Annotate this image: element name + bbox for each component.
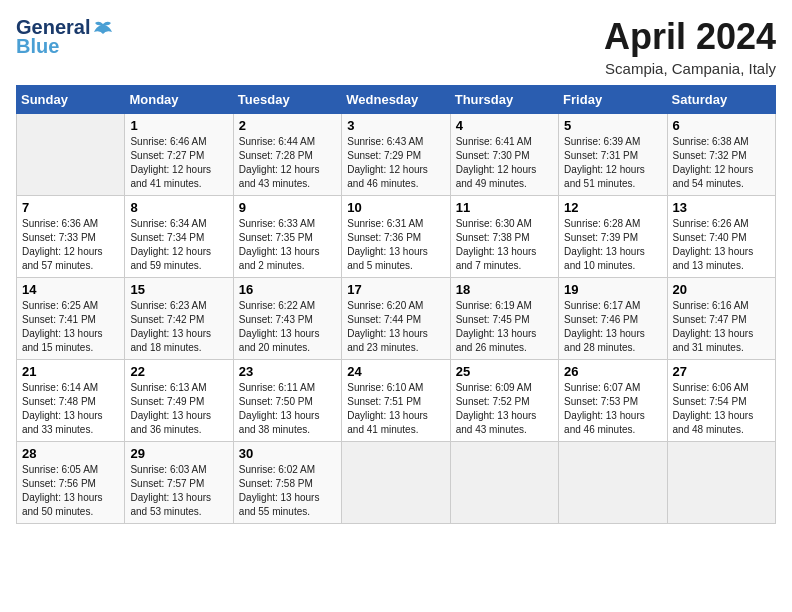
day-info: Sunrise: 6:11 AMSunset: 7:50 PMDaylight:… <box>239 381 336 437</box>
day-info: Sunrise: 6:19 AMSunset: 7:45 PMDaylight:… <box>456 299 553 355</box>
day-info: Sunrise: 6:20 AMSunset: 7:44 PMDaylight:… <box>347 299 444 355</box>
weekday-header-thursday: Thursday <box>450 86 558 114</box>
day-number: 5 <box>564 118 661 133</box>
day-number: 20 <box>673 282 770 297</box>
calendar-cell: 19Sunrise: 6:17 AMSunset: 7:46 PMDayligh… <box>559 278 667 360</box>
day-number: 12 <box>564 200 661 215</box>
day-info: Sunrise: 6:43 AMSunset: 7:29 PMDaylight:… <box>347 135 444 191</box>
calendar-cell: 29Sunrise: 6:03 AMSunset: 7:57 PMDayligh… <box>125 442 233 524</box>
calendar-cell: 26Sunrise: 6:07 AMSunset: 7:53 PMDayligh… <box>559 360 667 442</box>
day-info: Sunrise: 6:03 AMSunset: 7:57 PMDaylight:… <box>130 463 227 519</box>
day-info: Sunrise: 6:36 AMSunset: 7:33 PMDaylight:… <box>22 217 119 273</box>
day-number: 8 <box>130 200 227 215</box>
logo-blue-text: Blue <box>16 35 59 58</box>
day-number: 11 <box>456 200 553 215</box>
calendar-cell: 10Sunrise: 6:31 AMSunset: 7:36 PMDayligh… <box>342 196 450 278</box>
title-block: April 2024 Scampia, Campania, Italy <box>604 16 776 77</box>
weekday-header-row: SundayMondayTuesdayWednesdayThursdayFrid… <box>17 86 776 114</box>
calendar-cell: 25Sunrise: 6:09 AMSunset: 7:52 PMDayligh… <box>450 360 558 442</box>
calendar-cell: 17Sunrise: 6:20 AMSunset: 7:44 PMDayligh… <box>342 278 450 360</box>
day-info: Sunrise: 6:31 AMSunset: 7:36 PMDaylight:… <box>347 217 444 273</box>
calendar-cell: 27Sunrise: 6:06 AMSunset: 7:54 PMDayligh… <box>667 360 775 442</box>
calendar-cell <box>342 442 450 524</box>
calendar-cell: 14Sunrise: 6:25 AMSunset: 7:41 PMDayligh… <box>17 278 125 360</box>
day-number: 3 <box>347 118 444 133</box>
calendar-cell: 23Sunrise: 6:11 AMSunset: 7:50 PMDayligh… <box>233 360 341 442</box>
month-title: April 2024 <box>604 16 776 58</box>
calendar-cell: 6Sunrise: 6:38 AMSunset: 7:32 PMDaylight… <box>667 114 775 196</box>
calendar-cell: 15Sunrise: 6:23 AMSunset: 7:42 PMDayligh… <box>125 278 233 360</box>
day-info: Sunrise: 6:46 AMSunset: 7:27 PMDaylight:… <box>130 135 227 191</box>
day-info: Sunrise: 6:22 AMSunset: 7:43 PMDaylight:… <box>239 299 336 355</box>
logo: General Blue <box>16 16 114 58</box>
calendar-cell: 3Sunrise: 6:43 AMSunset: 7:29 PMDaylight… <box>342 114 450 196</box>
calendar-cell: 7Sunrise: 6:36 AMSunset: 7:33 PMDaylight… <box>17 196 125 278</box>
weekday-header-tuesday: Tuesday <box>233 86 341 114</box>
day-info: Sunrise: 6:23 AMSunset: 7:42 PMDaylight:… <box>130 299 227 355</box>
day-number: 15 <box>130 282 227 297</box>
calendar-week-1: 1Sunrise: 6:46 AMSunset: 7:27 PMDaylight… <box>17 114 776 196</box>
calendar-cell: 1Sunrise: 6:46 AMSunset: 7:27 PMDaylight… <box>125 114 233 196</box>
day-number: 21 <box>22 364 119 379</box>
day-number: 2 <box>239 118 336 133</box>
calendar-cell: 30Sunrise: 6:02 AMSunset: 7:58 PMDayligh… <box>233 442 341 524</box>
day-number: 17 <box>347 282 444 297</box>
day-info: Sunrise: 6:16 AMSunset: 7:47 PMDaylight:… <box>673 299 770 355</box>
weekday-header-sunday: Sunday <box>17 86 125 114</box>
calendar-cell: 13Sunrise: 6:26 AMSunset: 7:40 PMDayligh… <box>667 196 775 278</box>
day-number: 14 <box>22 282 119 297</box>
day-number: 19 <box>564 282 661 297</box>
day-info: Sunrise: 6:39 AMSunset: 7:31 PMDaylight:… <box>564 135 661 191</box>
page-header: General Blue April 2024 Scampia, Campani… <box>16 16 776 77</box>
calendar-cell: 18Sunrise: 6:19 AMSunset: 7:45 PMDayligh… <box>450 278 558 360</box>
calendar-cell: 28Sunrise: 6:05 AMSunset: 7:56 PMDayligh… <box>17 442 125 524</box>
day-number: 9 <box>239 200 336 215</box>
day-info: Sunrise: 6:17 AMSunset: 7:46 PMDaylight:… <box>564 299 661 355</box>
day-info: Sunrise: 6:44 AMSunset: 7:28 PMDaylight:… <box>239 135 336 191</box>
calendar-cell <box>559 442 667 524</box>
day-number: 30 <box>239 446 336 461</box>
calendar-week-3: 14Sunrise: 6:25 AMSunset: 7:41 PMDayligh… <box>17 278 776 360</box>
day-number: 1 <box>130 118 227 133</box>
weekday-header-saturday: Saturday <box>667 86 775 114</box>
calendar-week-2: 7Sunrise: 6:36 AMSunset: 7:33 PMDaylight… <box>17 196 776 278</box>
day-info: Sunrise: 6:13 AMSunset: 7:49 PMDaylight:… <box>130 381 227 437</box>
day-info: Sunrise: 6:30 AMSunset: 7:38 PMDaylight:… <box>456 217 553 273</box>
day-info: Sunrise: 6:26 AMSunset: 7:40 PMDaylight:… <box>673 217 770 273</box>
weekday-header-monday: Monday <box>125 86 233 114</box>
day-info: Sunrise: 6:10 AMSunset: 7:51 PMDaylight:… <box>347 381 444 437</box>
calendar-cell: 9Sunrise: 6:33 AMSunset: 7:35 PMDaylight… <box>233 196 341 278</box>
logo-bird-icon <box>92 19 114 37</box>
day-number: 16 <box>239 282 336 297</box>
day-number: 26 <box>564 364 661 379</box>
day-number: 10 <box>347 200 444 215</box>
weekday-header-wednesday: Wednesday <box>342 86 450 114</box>
day-info: Sunrise: 6:02 AMSunset: 7:58 PMDaylight:… <box>239 463 336 519</box>
day-number: 18 <box>456 282 553 297</box>
calendar-cell: 24Sunrise: 6:10 AMSunset: 7:51 PMDayligh… <box>342 360 450 442</box>
calendar-cell: 22Sunrise: 6:13 AMSunset: 7:49 PMDayligh… <box>125 360 233 442</box>
calendar-cell: 5Sunrise: 6:39 AMSunset: 7:31 PMDaylight… <box>559 114 667 196</box>
calendar-cell: 11Sunrise: 6:30 AMSunset: 7:38 PMDayligh… <box>450 196 558 278</box>
day-number: 22 <box>130 364 227 379</box>
day-info: Sunrise: 6:28 AMSunset: 7:39 PMDaylight:… <box>564 217 661 273</box>
location-subtitle: Scampia, Campania, Italy <box>604 60 776 77</box>
day-info: Sunrise: 6:05 AMSunset: 7:56 PMDaylight:… <box>22 463 119 519</box>
calendar-cell <box>450 442 558 524</box>
calendar-cell: 2Sunrise: 6:44 AMSunset: 7:28 PMDaylight… <box>233 114 341 196</box>
day-number: 25 <box>456 364 553 379</box>
calendar-cell: 21Sunrise: 6:14 AMSunset: 7:48 PMDayligh… <box>17 360 125 442</box>
day-number: 28 <box>22 446 119 461</box>
day-number: 24 <box>347 364 444 379</box>
day-number: 27 <box>673 364 770 379</box>
day-info: Sunrise: 6:41 AMSunset: 7:30 PMDaylight:… <box>456 135 553 191</box>
calendar-table: SundayMondayTuesdayWednesdayThursdayFrid… <box>16 85 776 524</box>
calendar-cell: 16Sunrise: 6:22 AMSunset: 7:43 PMDayligh… <box>233 278 341 360</box>
day-number: 6 <box>673 118 770 133</box>
day-number: 7 <box>22 200 119 215</box>
day-number: 4 <box>456 118 553 133</box>
calendar-cell: 12Sunrise: 6:28 AMSunset: 7:39 PMDayligh… <box>559 196 667 278</box>
calendar-cell: 20Sunrise: 6:16 AMSunset: 7:47 PMDayligh… <box>667 278 775 360</box>
calendar-cell <box>17 114 125 196</box>
day-info: Sunrise: 6:07 AMSunset: 7:53 PMDaylight:… <box>564 381 661 437</box>
